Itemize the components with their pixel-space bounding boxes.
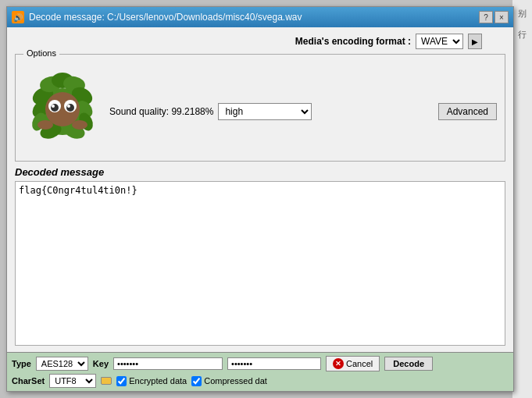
help-button[interactable]: ?	[479, 11, 493, 23]
dialog-title: Decode message: C:/Users/lenovo/Download…	[29, 12, 479, 23]
type-label: Type	[12, 359, 31, 368]
mascot-area	[23, 69, 109, 155]
title-bar: 🔊 Decode message: C:/Users/lenovo/Downlo…	[7, 7, 513, 27]
svg-point-18	[67, 105, 70, 108]
sound-quality-label: Sound quality: 99.2188%	[109, 106, 213, 117]
options-content: Sound quality: 99.2188% high medium low …	[23, 69, 497, 155]
svg-point-20	[72, 120, 87, 130]
bottom-row2: CharSet UTF8 UTF16 ASCII Encrypted data …	[12, 374, 509, 388]
decoded-textarea[interactable]	[15, 181, 505, 346]
svg-point-17	[52, 105, 55, 108]
type-select[interactable]: AES128 AES256 DES	[36, 357, 88, 371]
dialog-content: Media's encoding format : WAVE MP3 OGG ▶…	[7, 27, 513, 352]
encrypted-data-label: Encrypted data	[129, 376, 187, 386]
compressed-data-checkbox-label[interactable]: Compressed dat	[191, 376, 267, 386]
encoding-label: Media's encoding format :	[295, 36, 411, 47]
encoding-row: Media's encoding format : WAVE MP3 OGG ▶	[15, 34, 505, 49]
key-input[interactable]	[113, 357, 223, 370]
dialog-window: 🔊 Decode message: C:/Users/lenovo/Downlo…	[6, 6, 514, 392]
encoding-select[interactable]: WAVE MP3 OGG	[416, 34, 463, 49]
compressed-data-checkbox[interactable]	[191, 376, 202, 386]
charset-label: CharSet	[12, 376, 45, 386]
decoded-label: Decoded message	[15, 166, 505, 178]
app-icon: 🔊	[12, 11, 24, 23]
encoding-arrow-button[interactable]: ▶	[468, 34, 482, 49]
encrypted-data-checkbox-label[interactable]: Encrypted data	[116, 376, 187, 386]
mascot-image	[23, 69, 102, 147]
cancel-label: Cancel	[346, 359, 373, 368]
cancel-button[interactable]: ✕ Cancel	[326, 356, 380, 371]
decoded-section: Decoded message	[15, 166, 505, 346]
options-group: Options	[15, 54, 505, 162]
folder-icon[interactable]	[101, 377, 112, 385]
window-controls: ? ×	[479, 11, 509, 23]
password-input[interactable]	[227, 357, 321, 370]
advanced-button[interactable]: Advanced	[438, 103, 497, 120]
svg-point-15	[51, 104, 59, 112]
svg-point-16	[66, 104, 74, 112]
decode-button[interactable]: Decode	[384, 357, 433, 371]
encrypted-data-checkbox[interactable]	[116, 376, 127, 386]
svg-point-19	[37, 120, 53, 130]
close-button[interactable]: ×	[495, 11, 509, 23]
bottom-row1: Type AES128 AES256 DES Key ✕ Cancel Deco…	[12, 356, 509, 371]
bottom-bar: Type AES128 AES256 DES Key ✕ Cancel Deco…	[7, 352, 513, 391]
quality-select[interactable]: high medium low	[218, 103, 312, 120]
background-text: 别 行	[512, 0, 532, 398]
sound-quality-row: Sound quality: 99.2188% high medium low …	[109, 103, 497, 120]
options-legend: Options	[23, 48, 59, 58]
key-label: Key	[93, 359, 109, 368]
compressed-data-label: Compressed dat	[204, 376, 267, 386]
charset-select[interactable]: UTF8 UTF16 ASCII	[49, 374, 96, 388]
cancel-icon: ✕	[333, 358, 344, 369]
